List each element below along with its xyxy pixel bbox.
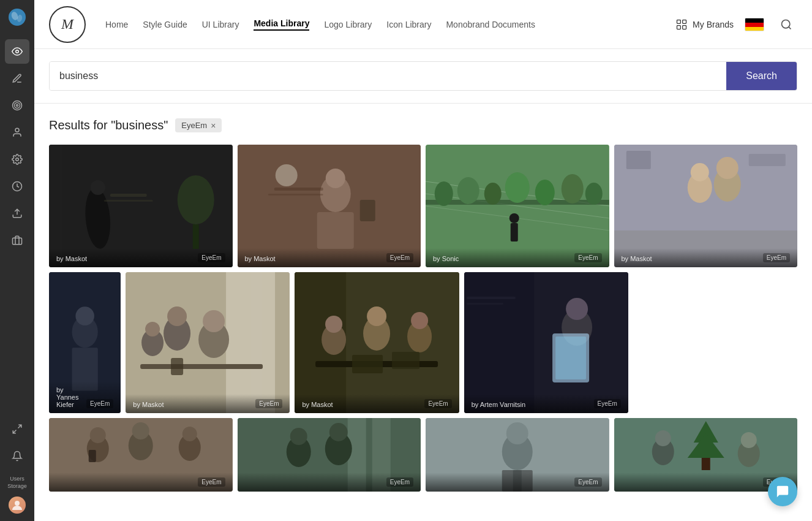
chat-bubble-button[interactable] (768, 477, 797, 506)
users-label: Users (10, 476, 24, 482)
image-card-11[interactable]: EyeEm (426, 418, 609, 492)
img-source-6: EyeEm (255, 399, 282, 408)
svg-point-6 (17, 105, 18, 107)
image-card-8[interactable]: by Artem Varnitsin EyeEm (464, 272, 628, 413)
svg-point-55 (716, 157, 738, 179)
svg-rect-11 (13, 238, 22, 245)
results-header: Results for "business" EyeEm × (49, 118, 797, 132)
svg-rect-73 (171, 358, 183, 375)
svg-point-110 (506, 422, 528, 444)
svg-rect-58 (748, 154, 785, 166)
svg-rect-83 (353, 355, 383, 373)
sidebar-item-expand[interactable] (5, 417, 29, 441)
sidebar: Users Storage (0, 0, 34, 521)
image-card-3[interactable]: by Sonic EyeEm (426, 145, 609, 267)
svg-point-19 (782, 20, 790, 28)
filter-tag-close[interactable]: × (211, 121, 216, 130)
svg-point-7 (15, 128, 19, 132)
image-card-2[interactable]: by Maskot EyeEm (238, 145, 421, 267)
svg-line-13 (13, 430, 16, 433)
svg-rect-34 (274, 188, 323, 191)
svg-point-79 (367, 306, 387, 326)
svg-point-23 (91, 180, 105, 195)
svg-rect-92 (467, 303, 503, 305)
svg-point-77 (326, 316, 343, 333)
logo-text: M (61, 16, 73, 32)
image-grid-row-3: EyeEm (49, 418, 797, 492)
svg-point-44 (484, 183, 502, 205)
sidebar-item-upload[interactable] (5, 201, 29, 226)
image-card-1[interactable]: by Maskot EyeEm (49, 145, 233, 267)
nav-style-guide[interactable]: Style Guide (143, 20, 187, 29)
sidebar-item-user[interactable] (5, 120, 29, 145)
svg-point-120 (740, 432, 756, 448)
img-source-1: EyeEm (198, 253, 225, 262)
image-card-9[interactable]: EyeEm (49, 418, 233, 492)
search-bar: Search (49, 61, 797, 91)
main-content: M Home Style Guide UI Library Media Libr… (34, 0, 812, 521)
search-header-button[interactable] (775, 13, 797, 36)
storage-label: Storage (7, 483, 27, 489)
sidebar-item-pen[interactable] (5, 66, 29, 91)
sidebar-item-briefcase[interactable] (5, 228, 29, 253)
image-card-5[interactable]: by Yannes Kiefer EyeEm (49, 272, 121, 413)
nav-media-library[interactable]: Media Library (254, 18, 309, 31)
nav-icon-library[interactable]: Icon Library (386, 20, 431, 29)
nav-home[interactable]: Home (105, 20, 128, 29)
sidebar-item-settings[interactable] (5, 147, 29, 172)
sidebar-bottom: Users Storage (5, 417, 29, 514)
svg-line-12 (18, 425, 21, 428)
img-credit-4: by Maskot (622, 255, 652, 262)
header: M Home Style Guide UI Library Media Libr… (34, 0, 812, 49)
filter-tag-eyeem: EyeEm × (175, 118, 222, 132)
img-source-11: EyeEm (574, 477, 601, 487)
nav-ui-library[interactable]: UI Library (202, 20, 239, 29)
svg-point-61 (75, 306, 94, 325)
sidebar-item-target[interactable] (5, 93, 29, 118)
img-source-5: EyeEm (86, 399, 113, 408)
brand-logo: M (49, 6, 86, 43)
results-title: Results for "business" (49, 118, 168, 132)
svg-rect-91 (467, 297, 516, 299)
img-source-7: EyeEm (424, 399, 451, 408)
user-avatar[interactable] (9, 496, 26, 514)
svg-rect-24 (110, 194, 147, 197)
nav-monobrand[interactable]: Monobrand Documents (446, 20, 535, 29)
main-nav: Home Style Guide UI Library Media Librar… (105, 18, 656, 31)
sidebar-item-bell[interactable] (5, 444, 29, 468)
image-grid-row-2: by Yannes Kiefer EyeEm (49, 272, 797, 413)
language-selector[interactable] (743, 13, 765, 36)
svg-point-81 (412, 312, 429, 329)
svg-rect-89 (555, 337, 586, 379)
svg-point-95 (90, 427, 106, 443)
svg-point-45 (505, 172, 530, 203)
svg-point-99 (182, 427, 197, 441)
img-source-2: EyeEm (386, 253, 413, 262)
svg-line-20 (789, 26, 791, 29)
image-card-10[interactable]: EyeEm (238, 418, 421, 492)
svg-point-46 (535, 180, 555, 205)
svg-point-69 (203, 310, 225, 332)
image-card-4[interactable]: by Maskot EyeEm (614, 145, 798, 267)
nav-logo-library[interactable]: Logo Library (324, 20, 372, 29)
img-credit-6: by Maskot (133, 401, 164, 408)
svg-point-49 (509, 213, 519, 223)
svg-rect-17 (677, 25, 681, 29)
image-card-7[interactable]: by Maskot EyeEm (295, 272, 459, 413)
search-input[interactable] (50, 62, 726, 90)
image-card-12[interactable]: EyeEm (614, 418, 798, 492)
svg-point-14 (15, 501, 20, 506)
svg-rect-50 (511, 223, 518, 241)
image-card-6[interactable]: by Maskot EyeEm (126, 272, 290, 413)
my-brands-button[interactable]: My Brands (675, 18, 734, 31)
img-source-8: EyeEm (594, 399, 621, 408)
sidebar-item-eye[interactable] (5, 39, 29, 64)
svg-point-71 (145, 322, 160, 337)
filter-tag-label: EyeEm (181, 121, 207, 130)
content-area: Results for "business" EyeEm × (34, 104, 812, 521)
sidebar-item-clock[interactable] (5, 174, 29, 199)
svg-point-118 (655, 430, 671, 446)
svg-point-107 (329, 423, 347, 441)
search-button[interactable]: Search (726, 62, 797, 90)
svg-point-3 (16, 50, 19, 53)
